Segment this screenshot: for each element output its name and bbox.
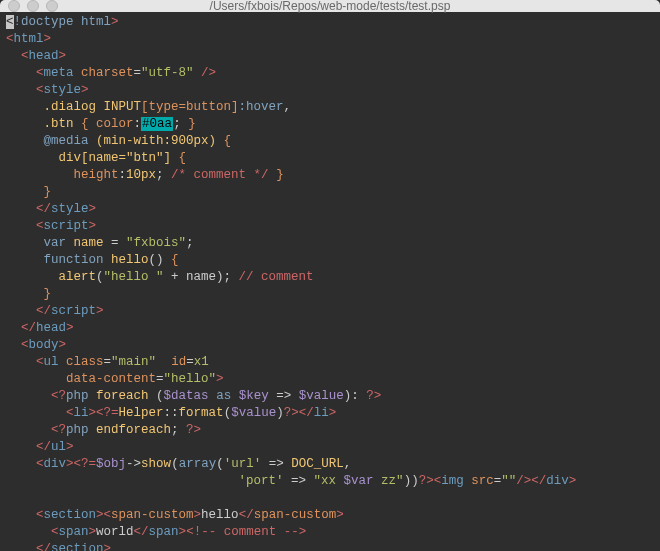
window-titlebar: /Users/fxbois/Repos/web-mode/tests/test.… (0, 0, 660, 12)
editor-buffer[interactable]: <!doctype html> <html> <head> <meta char… (0, 12, 660, 551)
window-title: /Users/fxbois/Repos/web-mode/tests/test.… (0, 0, 660, 13)
